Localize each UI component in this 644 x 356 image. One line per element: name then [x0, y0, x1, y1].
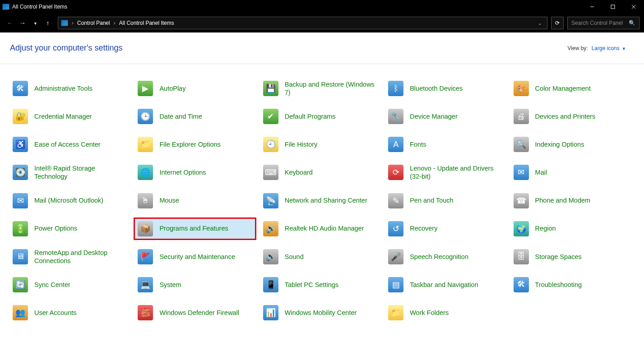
item-label: Date and Time	[159, 112, 202, 120]
item-icon: ☎	[514, 193, 529, 208]
item-label: Speech Recognition	[410, 253, 468, 261]
control-panel-item[interactable]: 🕘File History	[259, 134, 381, 155]
item-label: Mail (Microsoft Outlook)	[34, 196, 103, 204]
item-icon: 🔐	[13, 109, 28, 124]
control-panel-item[interactable]: ↺Recovery	[385, 218, 506, 240]
view-by-control: View by: Large icons ▼	[568, 45, 626, 51]
control-panel-item[interactable]: 🖨Devices and Printers	[510, 106, 632, 127]
titlebar: All Control Panel Items	[0, 0, 644, 14]
control-panel-item[interactable]: 🌍Region	[510, 218, 632, 240]
item-icon: 🔍	[514, 137, 529, 152]
item-icon: 📱	[263, 277, 278, 292]
control-panel-item[interactable]: 🔄Sync Center	[9, 274, 131, 296]
item-icon: 🖱	[138, 193, 153, 208]
item-label: AutoPlay	[159, 84, 185, 92]
control-panel-item[interactable]: ✉Mail (Microsoft Outlook)	[9, 190, 131, 212]
control-panel-item[interactable]: 💾Backup and Restore (Windows 7)	[259, 78, 381, 99]
control-panel-item[interactable]: 🛠Troubleshooting	[510, 274, 632, 296]
control-panel-item[interactable]: 🔋Power Options	[9, 218, 131, 240]
item-label: Mouse	[159, 196, 179, 204]
page-title: Adjust your computer's settings	[10, 43, 123, 53]
control-panel-item[interactable]: 💻System	[134, 274, 256, 296]
control-panel-item[interactable]: 👥User Accounts	[9, 302, 131, 324]
control-panel-item[interactable]: 🕒Date and Time	[134, 106, 256, 127]
item-label: Default Programs	[285, 112, 336, 120]
svg-rect-1	[611, 5, 615, 9]
item-icon: 🕒	[138, 109, 153, 124]
item-label: Work Folders	[410, 309, 449, 317]
control-panel-item[interactable]: 📁File Explorer Options	[134, 134, 256, 155]
control-panel-item[interactable]: 🖥RemoteApp and Desktop Connections	[9, 246, 131, 268]
item-icon: ⌨	[263, 165, 278, 180]
control-panel-item[interactable]: ☎Phone and Modem	[510, 190, 632, 212]
control-panel-item[interactable]: 🌐Internet Options	[134, 162, 256, 183]
item-icon: 🎤	[388, 249, 403, 264]
control-panel-item[interactable]: 🔍Indexing Options	[510, 134, 632, 155]
viewby-dropdown[interactable]: Large icons ▼	[592, 45, 626, 51]
item-icon: ✎	[388, 193, 403, 208]
breadcrumb-current[interactable]: All Control Panel Items	[119, 20, 174, 26]
item-icon: 📦	[138, 221, 153, 236]
control-panel-item[interactable]: 🖱Mouse	[134, 190, 256, 212]
item-label: RemoteApp and Desktop Connections	[34, 249, 127, 265]
item-icon: ↺	[388, 221, 403, 236]
item-label: File History	[285, 140, 318, 148]
control-panel-item[interactable]: AFonts	[385, 134, 506, 155]
control-panel-item[interactable]: 🛠Administrative Tools	[9, 78, 131, 99]
back-button[interactable]: ←	[5, 18, 15, 28]
item-label: Backup and Restore (Windows 7)	[285, 80, 378, 97]
item-label: User Accounts	[34, 309, 77, 317]
control-panel-item[interactable]: ▤Taskbar and Navigation	[385, 274, 506, 296]
control-panel-item[interactable]: 🔧Device Manager	[385, 106, 506, 127]
forward-button[interactable]: →	[17, 18, 28, 28]
address-bar[interactable]: › Control Panel › All Control Panel Item…	[58, 17, 547, 29]
control-panel-item[interactable]: ⟳Lenovo - Update and Drivers (32-bit)	[385, 162, 506, 183]
chevron-down-icon: ▼	[622, 46, 626, 51]
item-label: Recovery	[410, 224, 437, 232]
maximize-button[interactable]	[602, 0, 623, 14]
control-panel-item[interactable]: 🔊Realtek HD Audio Manager	[259, 218, 381, 240]
item-label: Ease of Access Center	[34, 140, 101, 148]
breadcrumb-root[interactable]: Control Panel	[77, 20, 110, 26]
item-label: Sound	[285, 253, 304, 261]
item-icon: 🚩	[138, 249, 153, 264]
item-label: Fonts	[410, 140, 426, 148]
control-panel-item[interactable]: ♿Ease of Access Center	[9, 134, 131, 155]
control-panel-item[interactable]: 📊Windows Mobility Center	[259, 302, 381, 324]
recent-locations-button[interactable]: ▾	[30, 18, 41, 28]
control-panel-item[interactable]: ✔Default Programs	[259, 106, 381, 127]
minimize-button[interactable]	[582, 0, 602, 14]
item-label: Intel® Rapid Storage Technology	[34, 164, 127, 180]
control-panel-item[interactable]: 📁Work Folders	[385, 302, 506, 324]
control-panel-item[interactable]: 🧱Windows Defender Firewall	[134, 302, 256, 324]
control-panel-item[interactable]: ᛒBluetooth Devices	[385, 78, 506, 99]
item-label: Storage Spaces	[535, 253, 582, 261]
search-input[interactable]: Search Control Panel 🔍	[567, 17, 639, 29]
control-panel-item[interactable]: 🗄Storage Spaces	[510, 246, 632, 268]
control-panel-item[interactable]: 💽Intel® Rapid Storage Technology	[9, 162, 131, 183]
control-panel-item[interactable]: 🔐Credential Manager	[9, 106, 131, 127]
control-panel-item[interactable]: 📱Tablet PC Settings	[259, 274, 381, 296]
control-panel-item[interactable]: 🎤Speech Recognition	[385, 246, 506, 268]
control-panel-item[interactable]: 🎨Color Management	[510, 78, 632, 99]
item-label: File Explorer Options	[159, 140, 220, 148]
control-panel-item[interactable]: ⌨Keyboard	[259, 162, 381, 183]
control-panel-item[interactable]: ✉Mail	[510, 162, 632, 183]
refresh-button[interactable]: ⟳	[551, 17, 564, 29]
control-panel-item[interactable]: 📦Programs and Features	[134, 218, 256, 240]
control-panel-item[interactable]: 📡Network and Sharing Center	[259, 190, 381, 212]
control-panel-item[interactable]: ▶AutoPlay	[134, 78, 256, 99]
addressbar-dropdown-icon[interactable]: ⌄	[538, 21, 542, 26]
control-panel-item[interactable]: 🚩Security and Maintenance	[134, 246, 256, 268]
item-icon: 📊	[263, 305, 278, 320]
item-icon: ▶	[138, 81, 153, 96]
item-icon: 🔈	[263, 249, 278, 264]
control-panel-item[interactable]: ✎Pen and Touch	[385, 190, 506, 212]
close-button[interactable]	[623, 0, 644, 14]
item-label: Keyboard	[285, 168, 313, 176]
item-icon: ♿	[13, 137, 28, 152]
control-panel-item[interactable]: 🔈Sound	[259, 246, 381, 268]
up-button[interactable]: ↑	[42, 18, 53, 28]
item-label: System	[159, 281, 181, 289]
navigation-bar: ← → ▾ ↑ › Control Panel › All Control Pa…	[0, 14, 644, 32]
